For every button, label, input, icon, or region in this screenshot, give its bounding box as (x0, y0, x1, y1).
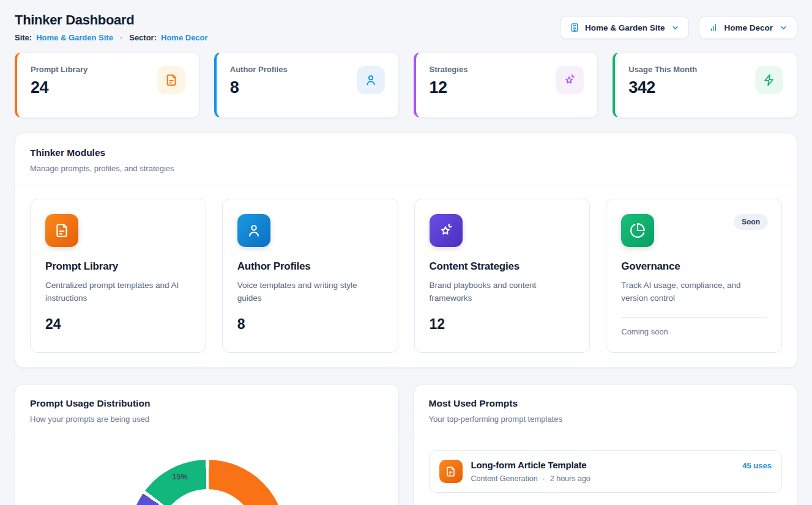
page-header: Thinker Dashboard Site: Home & Garden Si… (15, 12, 797, 42)
prompt-meta: Content Generation · 2 hours ago (471, 474, 734, 483)
prompt-uses-badge: 45 uses (742, 461, 772, 470)
sparkle-star-icon (430, 214, 463, 247)
module-description: Voice templates and writing style guides (237, 279, 383, 305)
site-selector-label: Home & Garden Site (585, 23, 665, 32)
module-count: 8 (237, 316, 383, 333)
module-footer: Coming soon (621, 327, 767, 336)
breadcrumb: Site: Home & Garden Site · Sector: Home … (15, 33, 208, 42)
lightning-icon (755, 66, 783, 94)
stat-label: Usage This Month (628, 65, 697, 74)
breadcrumb-separator: · (117, 33, 125, 42)
stat-label: Author Profiles (230, 65, 288, 74)
stat-value: 8 (230, 78, 288, 97)
modules-panel-header: Thinker Modules Manage prompts, profiles… (15, 133, 797, 185)
stats-row: Prompt Library 24 Author Profiles 8 Stra… (15, 52, 797, 118)
stat-card-strategies: Strategies 12 (414, 52, 598, 118)
modules-grid: Prompt Library Centralized prompt templa… (15, 185, 797, 367)
stat-card-prompt-library: Prompt Library 24 (15, 52, 199, 118)
page-title: Thinker Dashboard (15, 12, 208, 28)
donut-segment-label: 15% (172, 473, 187, 481)
soon-badge: Soon (734, 214, 768, 230)
bottom-row: Prompt Usage Distribution How your promp… (15, 384, 797, 505)
usage-chart-area: 15% (15, 435, 398, 505)
stat-value: 12 (430, 78, 468, 97)
sector-selector-button[interactable]: Home Decor (699, 16, 797, 39)
module-card-author-profiles[interactable]: Author Profiles Voice templates and writ… (222, 199, 398, 353)
chevron-down-icon (780, 24, 788, 32)
module-card-governance[interactable]: Soon Governance Track AI usage, complian… (606, 199, 782, 353)
module-description: Brand playbooks and content frameworks (430, 279, 575, 305)
user-icon (237, 214, 270, 247)
document-icon (45, 214, 78, 247)
module-title: Content Strategies (430, 260, 575, 273)
prompts-card-subtitle: Your top-performing prompt templates (429, 415, 783, 424)
bar-chart-icon (709, 23, 718, 32)
module-count: 24 (45, 316, 191, 333)
modules-panel-title: Thinker Modules (30, 147, 782, 158)
stat-card-usage: Usage This Month 342 (613, 52, 797, 118)
module-description: Centralized prompt templates and AI inst… (45, 279, 191, 305)
module-divider (621, 317, 767, 318)
prompt-usage-card: Prompt Usage Distribution How your promp… (15, 384, 399, 505)
prompt-time: 2 hours ago (550, 474, 590, 483)
thinker-modules-panel: Thinker Modules Manage prompts, profiles… (15, 133, 797, 368)
site-link[interactable]: Home & Garden Site (36, 33, 113, 42)
module-card-content-strategies[interactable]: Content Strategies Brand playbooks and c… (414, 199, 590, 353)
module-title: Governance (621, 260, 767, 273)
usage-donut-chart[interactable] (129, 460, 286, 505)
prompt-list: Long-form Article Template Content Gener… (414, 435, 797, 493)
module-title: Prompt Library (45, 260, 191, 273)
prompt-category: Content Generation (471, 474, 538, 483)
stat-label: Strategies (430, 65, 468, 74)
prompts-card-header: Most Used Prompts Your top-performing pr… (414, 385, 797, 435)
meta-dot: · (543, 474, 545, 483)
dashboard-page: Thinker Dashboard Site: Home & Garden Si… (0, 0, 812, 505)
site-selector-button[interactable]: Home & Garden Site (560, 16, 690, 39)
most-used-prompts-card: Most Used Prompts Your top-performing pr… (414, 384, 798, 505)
pie-chart-icon (621, 214, 654, 247)
stat-value: 24 (31, 78, 88, 97)
usage-card-title: Prompt Usage Distribution (30, 398, 384, 409)
sector-selector-label: Home Decor (724, 23, 773, 32)
prompt-list-item[interactable]: Long-form Article Template Content Gener… (429, 450, 783, 493)
module-title: Author Profiles (237, 260, 383, 273)
modules-panel-subtitle: Manage prompts, profiles, and strategies (30, 164, 782, 173)
usage-card-header: Prompt Usage Distribution How your promp… (15, 385, 398, 435)
header-titles: Thinker Dashboard Site: Home & Garden Si… (15, 12, 208, 42)
document-icon (157, 66, 185, 94)
building-icon (570, 23, 579, 32)
stat-value: 342 (628, 78, 697, 97)
sparkle-star-icon (556, 66, 584, 94)
stat-card-author-profiles: Author Profiles 8 (214, 52, 399, 118)
chevron-down-icon (671, 24, 679, 32)
sector-label: Sector: (129, 33, 157, 42)
module-count: 12 (430, 316, 575, 333)
usage-card-subtitle: How your prompts are being used (30, 415, 384, 424)
header-selectors: Home & Garden Site Home Decor (560, 16, 797, 39)
stat-label: Prompt Library (31, 65, 88, 74)
document-icon (439, 460, 463, 483)
sector-link[interactable]: Home Decor (161, 33, 208, 42)
prompt-title: Long-form Article Template (471, 460, 734, 470)
module-description: Track AI usage, compliance, and version … (621, 279, 767, 305)
prompts-card-title: Most Used Prompts (429, 398, 783, 409)
site-label: Site: (15, 33, 32, 42)
module-card-prompt-library[interactable]: Prompt Library Centralized prompt templa… (30, 199, 206, 353)
user-icon (357, 66, 385, 94)
